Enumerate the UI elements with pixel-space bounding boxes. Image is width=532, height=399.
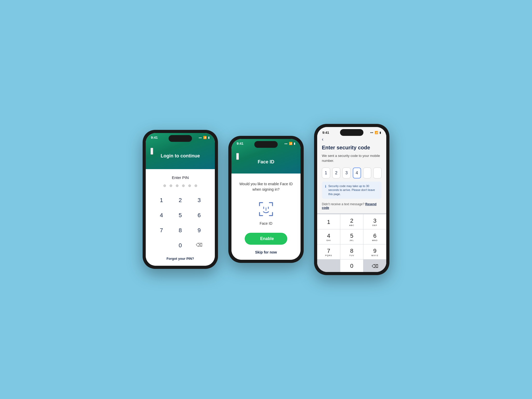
phone-security-code: 9:41 ▪▪▪ 📶 ▮ ‹ Enter security code We se… — [314, 124, 389, 275]
pin-dot-5 — [188, 184, 191, 187]
scene: 9:41 ▪▪▪ 📶 ▮ ‹ Login to continue Enter P… — [132, 108, 400, 291]
back-button-1[interactable]: ‹ — [150, 148, 153, 155]
kp-key-5[interactable]: 5 JKL — [340, 229, 363, 244]
faceid-icon — [257, 200, 275, 218]
faceid-question: Would you like to enable Face IDwhen sig… — [239, 181, 293, 192]
kp-key-4[interactable]: 4 GHI — [317, 229, 340, 244]
status-time-3: 9:41 — [322, 131, 329, 135]
kp-key-6[interactable]: 6 MNO — [363, 229, 386, 244]
key-4[interactable]: 4 — [152, 208, 170, 222]
phone3-keypad: 1 2 ABC 3 DEF 4 GHI — [317, 213, 386, 272]
status-icons-1: ▪▪▪ 📶 ▮ — [199, 136, 210, 139]
key-8[interactable]: 8 — [171, 223, 189, 237]
code-box-5[interactable] — [363, 168, 371, 178]
forgot-pin-link[interactable]: Forgot your PIN? — [150, 257, 211, 261]
security-code-title: Enter security code — [322, 145, 382, 151]
back-row-3: ‹ — [322, 137, 382, 142]
info-text: Security code may take up to 30 seconds … — [328, 184, 378, 196]
back-button-3[interactable]: ‹ — [322, 137, 323, 142]
code-box-2[interactable]: 2 — [332, 168, 341, 178]
kp-key-1[interactable]: 1 — [317, 214, 340, 229]
battery-icon-2: ▮ — [294, 142, 295, 145]
signal-icon-2: ▪▪▪ — [284, 142, 288, 145]
login-title: Login to continue — [146, 153, 215, 159]
key-2[interactable]: 2 — [171, 193, 189, 207]
kp-key-empty — [317, 260, 340, 272]
resend-text: Didn't receive a text message? — [322, 202, 364, 206]
kp-key-3[interactable]: 3 DEF — [363, 214, 386, 229]
faceid-label-text: Face ID — [239, 221, 293, 225]
battery-icon: ▮ — [208, 136, 210, 139]
key-7[interactable]: 7 — [152, 223, 170, 237]
skip-button[interactable]: Skip for now — [255, 250, 277, 254]
pin-dot-2 — [170, 184, 172, 187]
dynamic-island-2 — [254, 141, 278, 148]
faceid-title: Face ID — [231, 159, 301, 165]
resend-row: Didn't receive a text message? Resend co… — [322, 202, 382, 210]
key-3[interactable]: 3 — [190, 193, 208, 207]
keypad-grid: 1 2 ABC 3 DEF 4 GHI — [317, 214, 386, 272]
key-0[interactable]: 0 — [171, 238, 189, 252]
numpad-1: 1 2 3 4 5 6 7 8 9 0 ⌫ — [152, 193, 208, 252]
wifi-icon: 📶 — [203, 136, 207, 139]
code-box-6[interactable] — [373, 168, 382, 178]
pin-dot-3 — [176, 184, 178, 187]
kp-key-7[interactable]: 7 PQRS — [317, 244, 340, 259]
pin-dot-4 — [182, 184, 185, 187]
kp-key-8[interactable]: 8 TUV — [340, 244, 363, 259]
info-icon: ℹ — [325, 184, 326, 188]
code-box-3[interactable]: 3 — [342, 168, 351, 178]
status-icons-2: ▪▪▪ 📶 ▮ — [284, 142, 295, 145]
pin-dot-1 — [163, 184, 166, 187]
wifi-icon-2: 📶 — [289, 142, 292, 145]
signal-icon: ▪▪▪ — [199, 136, 202, 139]
dynamic-island — [169, 135, 192, 142]
key-1[interactable]: 1 — [152, 193, 170, 207]
key-empty — [152, 238, 170, 252]
signal-icon-3: ▪▪▪ — [370, 131, 373, 134]
security-code-subtitle: We sent a security code to your mobile n… — [322, 153, 382, 163]
key-6[interactable]: 6 — [190, 208, 208, 222]
faceid-content: Would you like to enable Face IDwhen sig… — [231, 174, 301, 260]
code-box-1[interactable]: 1 — [322, 168, 330, 178]
key-5[interactable]: 5 — [171, 208, 189, 222]
pin-dot-6 — [195, 184, 197, 187]
status-icons-3: ▪▪▪ 📶 ▮ — [370, 131, 381, 134]
dynamic-island-3 — [340, 129, 363, 136]
back-button-2[interactable]: ‹ — [236, 153, 239, 160]
phone-login: 9:41 ▪▪▪ 📶 ▮ ‹ Login to continue Enter P… — [143, 130, 218, 269]
enter-pin-label: Enter PIN — [150, 175, 211, 180]
status-time-2: 9:41 — [237, 142, 243, 145]
kp-key-0[interactable]: 0 — [340, 260, 363, 272]
wifi-icon-3: 📶 — [375, 131, 378, 134]
pin-content: Enter PIN 1 2 3 4 5 6 7 8 — [146, 169, 215, 266]
code-inputs: 1 2 3 4 — [322, 168, 382, 178]
kp-key-delete[interactable]: ⌫ — [363, 260, 386, 272]
code-box-4[interactable]: 4 — [353, 168, 361, 178]
enable-button[interactable]: Enable — [245, 233, 288, 245]
battery-icon-3: ▮ — [380, 131, 381, 134]
security-code-top: ‹ Enter security code We sent a security… — [317, 135, 386, 213]
key-delete[interactable]: ⌫ — [190, 238, 208, 252]
kp-key-2[interactable]: 2 ABC — [340, 214, 363, 229]
status-time-1: 9:41 — [151, 136, 158, 139]
key-9[interactable]: 9 — [190, 223, 208, 237]
pin-dots — [150, 184, 211, 187]
kp-key-9[interactable]: 9 WXYZ — [363, 244, 386, 259]
phone-faceid: 9:41 ▪▪▪ 📶 ▮ ‹ Face ID Would you like to… — [228, 136, 304, 263]
info-box: ℹ Security code may take up to 30 second… — [322, 182, 382, 199]
